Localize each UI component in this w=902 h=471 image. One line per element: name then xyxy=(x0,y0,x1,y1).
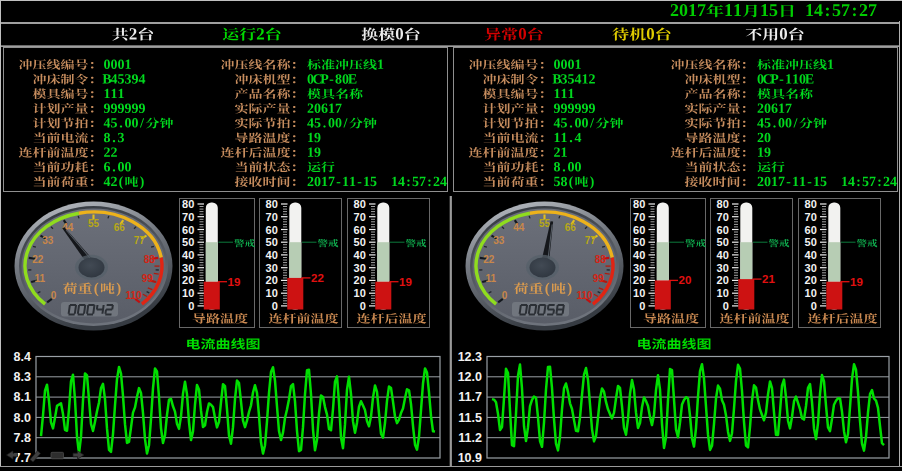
svg-text:0: 0 xyxy=(639,300,645,312)
svg-text:70: 70 xyxy=(182,211,194,223)
svg-text:20: 20 xyxy=(266,274,278,286)
svg-text:70: 70 xyxy=(266,211,278,223)
svg-text:0: 0 xyxy=(360,300,366,312)
svg-text:55: 55 xyxy=(539,218,551,229)
svg-text:21: 21 xyxy=(762,273,775,285)
svg-text:20: 20 xyxy=(805,274,817,286)
svg-text:80: 80 xyxy=(717,198,729,210)
svg-text:22: 22 xyxy=(32,254,44,265)
svg-text:20: 20 xyxy=(182,274,194,286)
svg-text:60: 60 xyxy=(354,224,366,236)
svg-text:77: 77 xyxy=(134,235,146,246)
svg-text:10: 10 xyxy=(354,287,366,299)
svg-text:50: 50 xyxy=(717,236,729,248)
svg-text:8.1: 8.1 xyxy=(14,390,31,404)
svg-text:8.0: 8.0 xyxy=(14,411,31,425)
svg-text:10: 10 xyxy=(805,287,817,299)
svg-text:50: 50 xyxy=(354,236,366,248)
svg-text:55: 55 xyxy=(88,218,100,229)
svg-text:50: 50 xyxy=(633,236,645,248)
svg-text:22: 22 xyxy=(483,254,495,265)
svg-text:0: 0 xyxy=(811,300,817,312)
svg-text:0: 0 xyxy=(51,290,57,301)
svg-text:10: 10 xyxy=(266,287,278,299)
svg-text:33: 33 xyxy=(42,235,54,246)
svg-text:11.2: 11.2 xyxy=(458,431,482,445)
svg-text:44: 44 xyxy=(513,222,525,233)
svg-text:11.7: 11.7 xyxy=(458,390,482,404)
svg-text:70: 70 xyxy=(717,211,729,223)
svg-text:10: 10 xyxy=(717,287,729,299)
svg-text:80: 80 xyxy=(354,198,366,210)
svg-text:20: 20 xyxy=(679,274,692,286)
svg-text:20: 20 xyxy=(354,274,366,286)
svg-text:40: 40 xyxy=(182,249,194,261)
svg-text:30: 30 xyxy=(805,262,817,274)
svg-text:40: 40 xyxy=(354,249,366,261)
svg-text:80: 80 xyxy=(266,198,278,210)
svg-text:40: 40 xyxy=(805,249,817,261)
svg-text:0: 0 xyxy=(188,300,194,312)
svg-text:60: 60 xyxy=(266,224,278,236)
svg-text:0: 0 xyxy=(723,300,729,312)
svg-text:99: 99 xyxy=(142,273,154,284)
svg-text:19: 19 xyxy=(228,276,241,288)
svg-text:110: 110 xyxy=(576,290,593,301)
svg-text:70: 70 xyxy=(354,211,366,223)
svg-text:99: 99 xyxy=(593,273,605,284)
svg-text:10: 10 xyxy=(633,287,645,299)
svg-text:60: 60 xyxy=(633,224,645,236)
svg-text:11: 11 xyxy=(486,273,497,284)
svg-text:70: 70 xyxy=(633,211,645,223)
svg-text:30: 30 xyxy=(266,262,278,274)
svg-text:88: 88 xyxy=(144,254,156,265)
svg-text:12.3: 12.3 xyxy=(458,350,482,364)
svg-text:30: 30 xyxy=(182,262,194,274)
svg-text:0: 0 xyxy=(502,290,508,301)
svg-text:40: 40 xyxy=(717,249,729,261)
svg-text:50: 50 xyxy=(266,236,278,248)
svg-text:33: 33 xyxy=(493,235,505,246)
svg-text:10: 10 xyxy=(182,287,194,299)
svg-text:66: 66 xyxy=(114,222,126,233)
svg-text:40: 40 xyxy=(633,249,645,261)
svg-text:40: 40 xyxy=(266,249,278,261)
svg-text:70: 70 xyxy=(805,211,817,223)
svg-text:60: 60 xyxy=(805,224,817,236)
svg-text:19: 19 xyxy=(399,276,412,288)
svg-text:60: 60 xyxy=(717,224,729,236)
svg-text:0: 0 xyxy=(272,300,278,312)
svg-text:88: 88 xyxy=(595,254,607,265)
svg-text:19: 19 xyxy=(850,276,863,288)
svg-text:110: 110 xyxy=(125,290,142,301)
svg-text:8.4: 8.4 xyxy=(14,350,31,364)
svg-text:80: 80 xyxy=(633,198,645,210)
svg-text:80: 80 xyxy=(182,198,194,210)
svg-text:11.5: 11.5 xyxy=(458,411,482,425)
svg-text:66: 66 xyxy=(565,222,577,233)
svg-text:77: 77 xyxy=(585,235,597,246)
svg-text:30: 30 xyxy=(633,262,645,274)
svg-text:7.8: 7.8 xyxy=(14,431,31,445)
svg-text:8.3: 8.3 xyxy=(14,370,31,384)
svg-text:10.9: 10.9 xyxy=(458,451,482,465)
svg-text:20: 20 xyxy=(633,274,645,286)
svg-text:30: 30 xyxy=(354,262,366,274)
svg-text:50: 50 xyxy=(805,236,817,248)
svg-text:12.0: 12.0 xyxy=(458,370,482,384)
svg-text:22: 22 xyxy=(311,272,324,284)
svg-text:50: 50 xyxy=(182,236,194,248)
svg-text:60: 60 xyxy=(182,224,194,236)
svg-text:30: 30 xyxy=(717,262,729,274)
svg-text:11: 11 xyxy=(35,273,46,284)
svg-text:80: 80 xyxy=(805,198,817,210)
svg-text:20: 20 xyxy=(717,274,729,286)
